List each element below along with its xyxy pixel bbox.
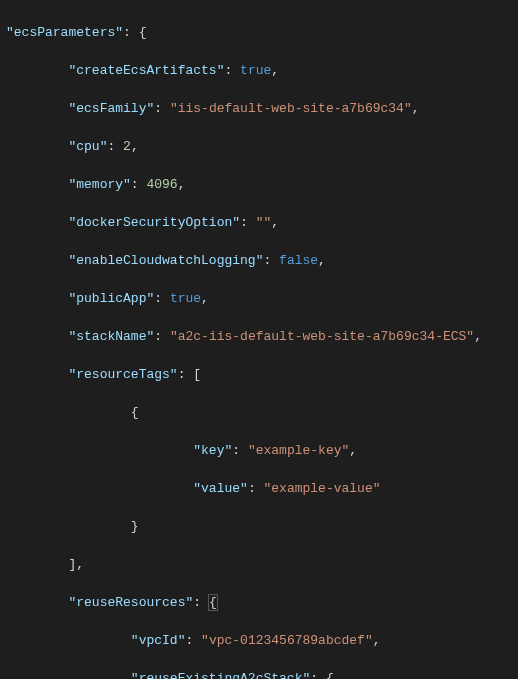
code-line: "cpu": 2, <box>6 137 518 156</box>
code-line: "reuseResources": { <box>6 593 518 612</box>
code-line: "key": "example-key", <box>6 441 518 460</box>
code-line: ], <box>6 555 518 574</box>
code-line: "ecsParameters": { <box>6 23 518 42</box>
code-line: "ecsFamily": "iis-default-web-site-a7b69… <box>6 99 518 118</box>
code-line: "stackName": "a2c-iis-default-web-site-a… <box>6 327 518 346</box>
code-line: "createEcsArtifacts": true, <box>6 61 518 80</box>
code-editor[interactable]: "ecsParameters": { "createEcsArtifacts":… <box>0 4 518 679</box>
code-line: } <box>6 517 518 536</box>
code-line: "enableCloudwatchLogging": false, <box>6 251 518 270</box>
code-line: "dockerSecurityOption": "", <box>6 213 518 232</box>
code-line: { <box>6 403 518 422</box>
code-line: "vpcId": "vpc-0123456789abcdef", <box>6 631 518 650</box>
code-line: "resourceTags": [ <box>6 365 518 384</box>
code-line: "reuseExistingA2cStack": { <box>6 669 518 679</box>
code-line: "publicApp": true, <box>6 289 518 308</box>
code-line: "value": "example-value" <box>6 479 518 498</box>
code-line: "memory": 4096, <box>6 175 518 194</box>
